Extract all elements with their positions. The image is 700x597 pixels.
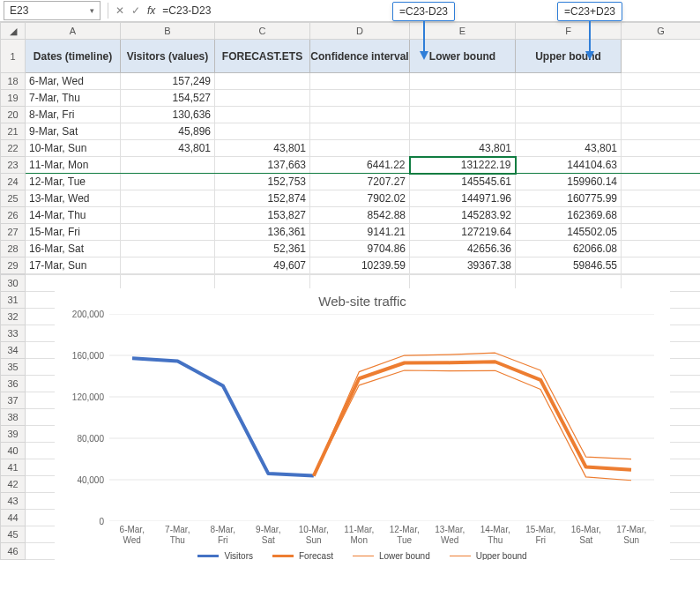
row-head[interactable]: 30 (1, 275, 26, 292)
cell-forecast[interactable] (215, 73, 310, 90)
cell-visitors[interactable]: 157,249 (121, 73, 215, 90)
cell-upper[interactable]: 145502.05 (516, 224, 622, 241)
cell-date[interactable]: 7-Mar, Thu (26, 90, 121, 107)
cell-date[interactable]: 11-Mar, Mon (26, 157, 121, 174)
col-head-B[interactable]: B (121, 23, 215, 40)
row-head[interactable]: 31 (1, 292, 26, 309)
cell-visitors[interactable] (121, 257, 215, 274)
row-head[interactable]: 44 (1, 510, 26, 526)
row-head[interactable]: 18 (1, 73, 26, 90)
col-head-G[interactable]: G (622, 23, 701, 40)
cell-conf[interactable]: 9141.21 (310, 224, 410, 241)
cell-lower[interactable]: 127219.64 (410, 224, 516, 241)
row-head[interactable]: 20 (1, 107, 26, 123)
cell-lower[interactable]: 43,801 (410, 140, 516, 157)
cell-forecast[interactable]: 152,753 (215, 174, 310, 190)
row-head[interactable]: 38 (1, 409, 26, 426)
cell-forecast[interactable]: 137,663 (215, 157, 310, 174)
cell-visitors[interactable] (121, 190, 215, 207)
cell-empty[interactable] (622, 190, 701, 207)
cell-upper[interactable] (516, 90, 622, 107)
cell-upper[interactable]: 162369.68 (516, 207, 622, 224)
cell-visitors[interactable] (121, 174, 215, 190)
cell-lower[interactable] (410, 123, 516, 140)
cell-upper[interactable] (516, 107, 622, 123)
col-head-F[interactable]: F (516, 23, 622, 40)
cell-conf[interactable] (310, 140, 410, 157)
cell-empty[interactable] (622, 140, 701, 157)
cell-empty[interactable] (622, 257, 701, 274)
cell-date[interactable]: 17-Mar, Sun (26, 257, 121, 274)
cell-visitors[interactable] (121, 157, 215, 174)
row-head[interactable]: 19 (1, 90, 26, 107)
cell-date[interactable]: 14-Mar, Thu (26, 207, 121, 224)
cell-empty[interactable] (622, 174, 701, 190)
row-head[interactable]: 24 (1, 174, 26, 190)
cell-date[interactable]: 10-Mar, Sun (26, 140, 121, 157)
row-head[interactable]: 45 (1, 526, 26, 543)
header-lower[interactable]: Lower bound (410, 40, 516, 73)
row-head[interactable]: 25 (1, 190, 26, 207)
cell-lower[interactable]: 131222.19 (410, 157, 516, 174)
formula-input[interactable]: =C23-D23 (159, 2, 696, 19)
row-head[interactable]: 22 (1, 140, 26, 157)
cell-lower[interactable] (410, 107, 516, 123)
cell-forecast[interactable]: 153,827 (215, 207, 310, 224)
cell-forecast[interactable]: 43,801 (215, 140, 310, 157)
row-head[interactable]: 35 (1, 359, 26, 376)
cell-empty[interactable] (622, 90, 701, 107)
row-head[interactable]: 39 (1, 426, 26, 443)
cell-forecast[interactable] (215, 123, 310, 140)
cell-conf[interactable]: 7902.02 (310, 190, 410, 207)
row-head[interactable]: 33 (1, 325, 26, 342)
cell-forecast[interactable]: 52,361 (215, 241, 310, 257)
row-head[interactable]: 23 (1, 157, 26, 174)
chart[interactable]: Web-site traffic 200,000160,000120,00080… (55, 288, 670, 560)
col-head-A[interactable]: A (26, 23, 121, 40)
cell-empty[interactable] (622, 224, 701, 241)
row-head-1[interactable]: 1 (1, 40, 26, 73)
row-head[interactable]: 46 (1, 543, 26, 560)
cell-date[interactable]: 9-Mar, Sat (26, 123, 121, 140)
col-head-D[interactable]: D (310, 23, 410, 40)
cell-lower[interactable]: 144971.96 (410, 190, 516, 207)
col-head-C[interactable]: C (215, 23, 310, 40)
cell-date[interactable]: 15-Mar, Fri (26, 224, 121, 241)
cell-date[interactable]: 16-Mar, Sat (26, 241, 121, 257)
cell-upper[interactable]: 160775.99 (516, 190, 622, 207)
cancel-icon[interactable]: ✕ (115, 4, 124, 17)
header-dates[interactable]: Dates (timeline) (26, 40, 121, 73)
row-head[interactable]: 40 (1, 443, 26, 459)
row-head[interactable]: 26 (1, 207, 26, 224)
header-forecast[interactable]: FORECAST.ETS (215, 40, 310, 73)
cell-date[interactable]: 13-Mar, Wed (26, 190, 121, 207)
cell-forecast[interactable]: 152,874 (215, 190, 310, 207)
cell-forecast[interactable] (215, 107, 310, 123)
cell-visitors[interactable]: 154,527 (121, 90, 215, 107)
row-head[interactable]: 42 (1, 476, 26, 493)
fx-icon[interactable]: fx (147, 4, 155, 17)
name-box[interactable]: E23 ▾ (4, 1, 101, 20)
cell-conf[interactable]: 6441.22 (310, 157, 410, 174)
row-head[interactable]: 28 (1, 241, 26, 257)
cell-forecast[interactable] (215, 90, 310, 107)
cell-empty[interactable] (622, 157, 701, 174)
cell-date[interactable]: 6-Mar, Wed (26, 73, 121, 90)
cell-visitors[interactable] (121, 241, 215, 257)
cell-upper[interactable] (516, 123, 622, 140)
cell-upper[interactable]: 159960.14 (516, 174, 622, 190)
cell-upper[interactable]: 43,801 (516, 140, 622, 157)
row-head[interactable]: 36 (1, 376, 26, 392)
cell-upper[interactable] (516, 73, 622, 90)
spreadsheet-grid[interactable]: ◢ A B C D E F G 1 Dates (timeline) Visit… (0, 22, 700, 274)
cell-conf[interactable]: 10239.59 (310, 257, 410, 274)
cell-empty[interactable] (622, 73, 701, 90)
cell-visitors[interactable]: 43,801 (121, 140, 215, 157)
row-head[interactable]: 27 (1, 224, 26, 241)
col-head-E[interactable]: E (410, 23, 516, 40)
cell-conf[interactable] (310, 107, 410, 123)
enter-icon[interactable]: ✓ (131, 4, 140, 17)
header-conf[interactable]: Confidence interval (310, 40, 410, 73)
cell-empty[interactable] (622, 107, 701, 123)
cell-lower[interactable]: 145283.92 (410, 207, 516, 224)
